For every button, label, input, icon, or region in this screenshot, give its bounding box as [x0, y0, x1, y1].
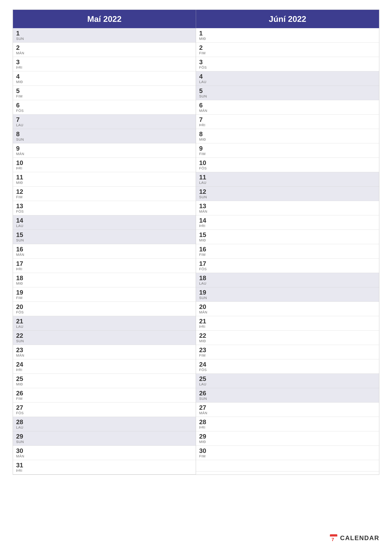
day-number: 11 — [199, 174, 376, 181]
day-name: ÞRI — [16, 66, 192, 70]
day-number: 13 — [16, 203, 192, 210]
day-name: SUN — [199, 397, 376, 401]
day-row: 15MIÐ — [196, 230, 379, 244]
day-row: 6MÁN — [196, 100, 379, 115]
day-name: MÁN — [199, 310, 376, 314]
day-name: SUN — [16, 339, 192, 343]
day-row: 19FIM — [13, 287, 196, 302]
day-name: FÖS — [16, 210, 192, 214]
day-name: LAU — [16, 425, 192, 430]
day-number: 25 — [199, 375, 376, 382]
day-name: LAU — [16, 325, 192, 329]
day-name: SUN — [16, 37, 192, 41]
day-number: 12 — [16, 188, 192, 195]
day-row: 28ÞRI — [196, 417, 379, 431]
day-row: 4LAU — [196, 71, 379, 86]
day-name: SUN — [199, 195, 376, 199]
day-number: 30 — [199, 447, 376, 454]
day-name: SUN — [199, 296, 376, 300]
day-number: 14 — [16, 217, 192, 224]
day-row: 1MIÐ — [196, 28, 379, 43]
day-row: 14ÞRI — [196, 215, 379, 230]
day-name: FÖS — [199, 267, 376, 271]
day-number: 19 — [199, 289, 376, 296]
day-name: MÁN — [16, 353, 192, 358]
day-number: 17 — [16, 260, 192, 267]
day-row: 23FIM — [196, 345, 379, 359]
day-number: 10 — [199, 159, 376, 166]
svg-text:7: 7 — [331, 537, 334, 542]
day-row: 13FÖS — [13, 201, 196, 215]
day-number: 17 — [199, 260, 376, 267]
day-number: 18 — [199, 275, 376, 281]
day-number: 26 — [16, 390, 192, 397]
day-row: 22SUN — [13, 330, 196, 345]
day-number: 23 — [16, 346, 192, 353]
day-number: 5 — [16, 87, 192, 94]
day-name: SUN — [16, 238, 192, 242]
day-name: ÞRI — [16, 267, 192, 271]
day-row: 28LAU — [13, 417, 196, 431]
day-number: 7 — [16, 116, 192, 123]
day-row: 12SUN — [196, 187, 379, 201]
day-name: ÞRI — [199, 123, 376, 127]
day-number: 16 — [16, 246, 192, 253]
day-row: 18MIÐ — [13, 273, 196, 287]
day-number: 21 — [199, 318, 376, 325]
day-number: 16 — [199, 246, 376, 253]
day-name: LAU — [199, 181, 376, 185]
day-number: 28 — [199, 418, 376, 425]
days-container: 1SUN2MÁN3ÞRI4MIÐ5FIM6FÖS7LAU8SUN9MÁN10ÞR… — [13, 28, 379, 475]
day-name: MÁN — [16, 152, 192, 156]
day-name: FIM — [16, 397, 192, 401]
day-number: 14 — [199, 217, 376, 224]
day-name: FIM — [199, 51, 376, 55]
day-name: LAU — [199, 80, 376, 84]
day-name: FÖS — [199, 368, 376, 372]
day-row: 11LAU — [196, 172, 379, 187]
day-row: 25LAU — [196, 374, 379, 388]
day-name: SUN — [16, 440, 192, 444]
day-name: FIM — [16, 195, 192, 199]
day-row: 6FÖS — [13, 100, 196, 115]
day-name: FÖS — [16, 411, 192, 415]
day-name: FÖS — [16, 109, 192, 113]
footer: 7 CALENDAR — [329, 534, 379, 542]
day-name: FÖS — [16, 310, 192, 314]
day-name: FÖS — [199, 166, 376, 170]
empty-day-row — [196, 460, 379, 471]
day-row: 22MIÐ — [196, 330, 379, 345]
day-number: 13 — [199, 203, 376, 210]
day-number: 25 — [16, 375, 192, 382]
day-number: 8 — [199, 131, 376, 138]
day-row: 3FÖS — [196, 57, 379, 71]
day-number: 24 — [199, 361, 376, 368]
day-number: 23 — [199, 346, 376, 353]
may-header: Maí 2022 — [13, 10, 196, 28]
day-name: MIÐ — [16, 382, 192, 386]
day-row: 10FÖS — [196, 158, 379, 172]
day-row: 26FIM — [13, 388, 196, 402]
day-row: 21ÞRI — [196, 316, 379, 330]
day-row: 17ÞRI — [13, 258, 196, 273]
calendar-grid: Maí 2022 Júní 2022 1SUN2MÁN3ÞRI4MIÐ5FIM6… — [13, 9, 379, 475]
day-number: 15 — [16, 231, 192, 238]
day-number: 21 — [16, 318, 192, 325]
day-number: 15 — [199, 231, 376, 238]
day-row: 5FIM — [13, 86, 196, 100]
day-row: 20FÖS — [13, 302, 196, 316]
day-number: 6 — [199, 102, 376, 109]
day-number: 30 — [16, 447, 192, 454]
day-row: 13MÁN — [196, 201, 379, 215]
june-days: 1MIÐ2FIM3FÖS4LAU5SUN6MÁN7ÞRI8MIÐ9FIM10FÖ… — [196, 28, 379, 475]
day-row: 16FIM — [196, 244, 379, 258]
day-name: MÁN — [16, 51, 192, 55]
day-row: 27FÖS — [13, 402, 196, 417]
day-number: 2 — [16, 44, 192, 51]
day-row: 21LAU — [13, 316, 196, 330]
day-number: 10 — [16, 159, 192, 166]
day-number: 20 — [16, 303, 192, 310]
day-name: FIM — [199, 353, 376, 358]
day-name: MÁN — [199, 109, 376, 113]
day-name: MIÐ — [199, 37, 376, 41]
